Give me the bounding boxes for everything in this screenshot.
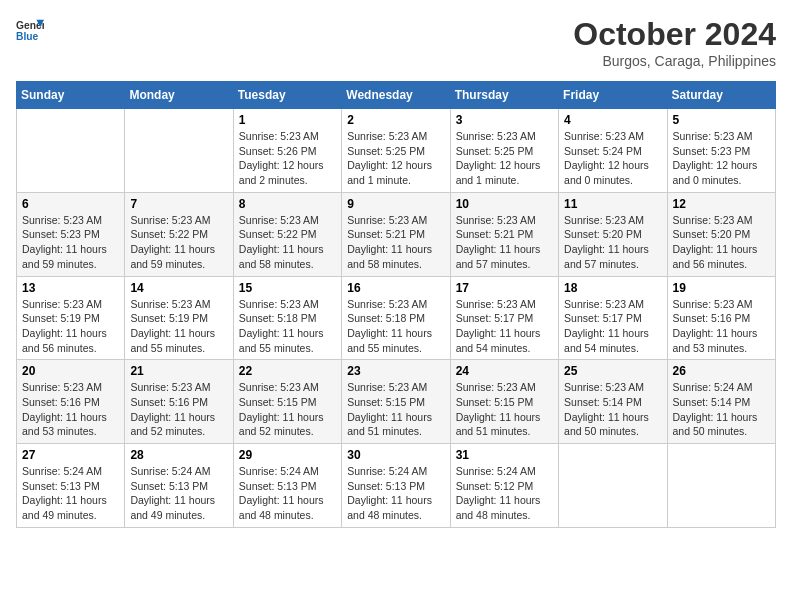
- day-number: 6: [22, 197, 119, 211]
- day-number: 25: [564, 364, 661, 378]
- page-header: General Blue October 2024 Burgos, Caraga…: [16, 16, 776, 69]
- weekday-header: Thursday: [450, 82, 558, 109]
- calendar-cell: 29Sunrise: 5:24 AMSunset: 5:13 PMDayligh…: [233, 444, 341, 528]
- day-number: 1: [239, 113, 336, 127]
- day-info: Sunrise: 5:23 AMSunset: 5:15 PMDaylight:…: [456, 380, 553, 439]
- calendar-week-row: 20Sunrise: 5:23 AMSunset: 5:16 PMDayligh…: [17, 360, 776, 444]
- day-number: 4: [564, 113, 661, 127]
- day-number: 29: [239, 448, 336, 462]
- calendar-cell: [559, 444, 667, 528]
- day-number: 3: [456, 113, 553, 127]
- day-info: Sunrise: 5:23 AMSunset: 5:26 PMDaylight:…: [239, 129, 336, 188]
- calendar-cell: [125, 109, 233, 193]
- day-info: Sunrise: 5:23 AMSunset: 5:15 PMDaylight:…: [347, 380, 444, 439]
- calendar-cell: 26Sunrise: 5:24 AMSunset: 5:14 PMDayligh…: [667, 360, 775, 444]
- weekday-header: Monday: [125, 82, 233, 109]
- day-info: Sunrise: 5:23 AMSunset: 5:25 PMDaylight:…: [347, 129, 444, 188]
- calendar-cell: 16Sunrise: 5:23 AMSunset: 5:18 PMDayligh…: [342, 276, 450, 360]
- day-info: Sunrise: 5:23 AMSunset: 5:24 PMDaylight:…: [564, 129, 661, 188]
- calendar-cell: 6Sunrise: 5:23 AMSunset: 5:23 PMDaylight…: [17, 192, 125, 276]
- calendar-cell: 15Sunrise: 5:23 AMSunset: 5:18 PMDayligh…: [233, 276, 341, 360]
- calendar-cell: 2Sunrise: 5:23 AMSunset: 5:25 PMDaylight…: [342, 109, 450, 193]
- day-info: Sunrise: 5:24 AMSunset: 5:13 PMDaylight:…: [239, 464, 336, 523]
- calendar-cell: 17Sunrise: 5:23 AMSunset: 5:17 PMDayligh…: [450, 276, 558, 360]
- day-number: 7: [130, 197, 227, 211]
- day-info: Sunrise: 5:23 AMSunset: 5:17 PMDaylight:…: [564, 297, 661, 356]
- day-number: 14: [130, 281, 227, 295]
- day-info: Sunrise: 5:23 AMSunset: 5:14 PMDaylight:…: [564, 380, 661, 439]
- day-info: Sunrise: 5:23 AMSunset: 5:21 PMDaylight:…: [456, 213, 553, 272]
- location: Burgos, Caraga, Philippines: [573, 53, 776, 69]
- day-info: Sunrise: 5:23 AMSunset: 5:18 PMDaylight:…: [239, 297, 336, 356]
- calendar-header: SundayMondayTuesdayWednesdayThursdayFrid…: [17, 82, 776, 109]
- day-number: 20: [22, 364, 119, 378]
- day-info: Sunrise: 5:24 AMSunset: 5:13 PMDaylight:…: [130, 464, 227, 523]
- day-number: 13: [22, 281, 119, 295]
- day-info: Sunrise: 5:24 AMSunset: 5:14 PMDaylight:…: [673, 380, 770, 439]
- day-info: Sunrise: 5:23 AMSunset: 5:20 PMDaylight:…: [673, 213, 770, 272]
- weekday-header: Friday: [559, 82, 667, 109]
- calendar-cell: 19Sunrise: 5:23 AMSunset: 5:16 PMDayligh…: [667, 276, 775, 360]
- day-number: 22: [239, 364, 336, 378]
- calendar-cell: 28Sunrise: 5:24 AMSunset: 5:13 PMDayligh…: [125, 444, 233, 528]
- calendar-week-row: 27Sunrise: 5:24 AMSunset: 5:13 PMDayligh…: [17, 444, 776, 528]
- day-number: 2: [347, 113, 444, 127]
- day-info: Sunrise: 5:24 AMSunset: 5:12 PMDaylight:…: [456, 464, 553, 523]
- day-info: Sunrise: 5:23 AMSunset: 5:19 PMDaylight:…: [22, 297, 119, 356]
- day-number: 27: [22, 448, 119, 462]
- day-info: Sunrise: 5:23 AMSunset: 5:20 PMDaylight:…: [564, 213, 661, 272]
- calendar-body: 1Sunrise: 5:23 AMSunset: 5:26 PMDaylight…: [17, 109, 776, 528]
- weekday-row: SundayMondayTuesdayWednesdayThursdayFrid…: [17, 82, 776, 109]
- day-info: Sunrise: 5:23 AMSunset: 5:17 PMDaylight:…: [456, 297, 553, 356]
- day-number: 5: [673, 113, 770, 127]
- logo: General Blue: [16, 16, 44, 44]
- day-info: Sunrise: 5:23 AMSunset: 5:16 PMDaylight:…: [130, 380, 227, 439]
- calendar-cell: 13Sunrise: 5:23 AMSunset: 5:19 PMDayligh…: [17, 276, 125, 360]
- day-info: Sunrise: 5:23 AMSunset: 5:19 PMDaylight:…: [130, 297, 227, 356]
- day-info: Sunrise: 5:23 AMSunset: 5:18 PMDaylight:…: [347, 297, 444, 356]
- month-title: October 2024: [573, 16, 776, 53]
- day-info: Sunrise: 5:23 AMSunset: 5:23 PMDaylight:…: [673, 129, 770, 188]
- day-number: 19: [673, 281, 770, 295]
- day-number: 31: [456, 448, 553, 462]
- calendar-cell: 7Sunrise: 5:23 AMSunset: 5:22 PMDaylight…: [125, 192, 233, 276]
- calendar-cell: 21Sunrise: 5:23 AMSunset: 5:16 PMDayligh…: [125, 360, 233, 444]
- calendar-cell: [667, 444, 775, 528]
- day-number: 18: [564, 281, 661, 295]
- weekday-header: Tuesday: [233, 82, 341, 109]
- calendar-cell: 1Sunrise: 5:23 AMSunset: 5:26 PMDaylight…: [233, 109, 341, 193]
- calendar-cell: 4Sunrise: 5:23 AMSunset: 5:24 PMDaylight…: [559, 109, 667, 193]
- calendar-cell: 5Sunrise: 5:23 AMSunset: 5:23 PMDaylight…: [667, 109, 775, 193]
- day-number: 10: [456, 197, 553, 211]
- calendar-cell: 31Sunrise: 5:24 AMSunset: 5:12 PMDayligh…: [450, 444, 558, 528]
- calendar-table: SundayMondayTuesdayWednesdayThursdayFrid…: [16, 81, 776, 528]
- day-info: Sunrise: 5:23 AMSunset: 5:21 PMDaylight:…: [347, 213, 444, 272]
- day-number: 26: [673, 364, 770, 378]
- calendar-cell: 27Sunrise: 5:24 AMSunset: 5:13 PMDayligh…: [17, 444, 125, 528]
- calendar-cell: 11Sunrise: 5:23 AMSunset: 5:20 PMDayligh…: [559, 192, 667, 276]
- calendar-cell: 23Sunrise: 5:23 AMSunset: 5:15 PMDayligh…: [342, 360, 450, 444]
- title-area: October 2024 Burgos, Caraga, Philippines: [573, 16, 776, 69]
- day-number: 21: [130, 364, 227, 378]
- day-number: 8: [239, 197, 336, 211]
- weekday-header: Wednesday: [342, 82, 450, 109]
- day-number: 11: [564, 197, 661, 211]
- calendar-cell: 10Sunrise: 5:23 AMSunset: 5:21 PMDayligh…: [450, 192, 558, 276]
- day-info: Sunrise: 5:24 AMSunset: 5:13 PMDaylight:…: [22, 464, 119, 523]
- day-number: 30: [347, 448, 444, 462]
- day-info: Sunrise: 5:23 AMSunset: 5:25 PMDaylight:…: [456, 129, 553, 188]
- calendar-cell: 12Sunrise: 5:23 AMSunset: 5:20 PMDayligh…: [667, 192, 775, 276]
- calendar-cell: 30Sunrise: 5:24 AMSunset: 5:13 PMDayligh…: [342, 444, 450, 528]
- calendar-week-row: 1Sunrise: 5:23 AMSunset: 5:26 PMDaylight…: [17, 109, 776, 193]
- calendar-cell: 8Sunrise: 5:23 AMSunset: 5:22 PMDaylight…: [233, 192, 341, 276]
- day-number: 12: [673, 197, 770, 211]
- calendar-week-row: 6Sunrise: 5:23 AMSunset: 5:23 PMDaylight…: [17, 192, 776, 276]
- day-info: Sunrise: 5:23 AMSunset: 5:15 PMDaylight:…: [239, 380, 336, 439]
- logo-icon: General Blue: [16, 16, 44, 44]
- day-number: 16: [347, 281, 444, 295]
- day-info: Sunrise: 5:23 AMSunset: 5:23 PMDaylight:…: [22, 213, 119, 272]
- calendar-cell: 18Sunrise: 5:23 AMSunset: 5:17 PMDayligh…: [559, 276, 667, 360]
- calendar-week-row: 13Sunrise: 5:23 AMSunset: 5:19 PMDayligh…: [17, 276, 776, 360]
- calendar-cell: 22Sunrise: 5:23 AMSunset: 5:15 PMDayligh…: [233, 360, 341, 444]
- day-number: 23: [347, 364, 444, 378]
